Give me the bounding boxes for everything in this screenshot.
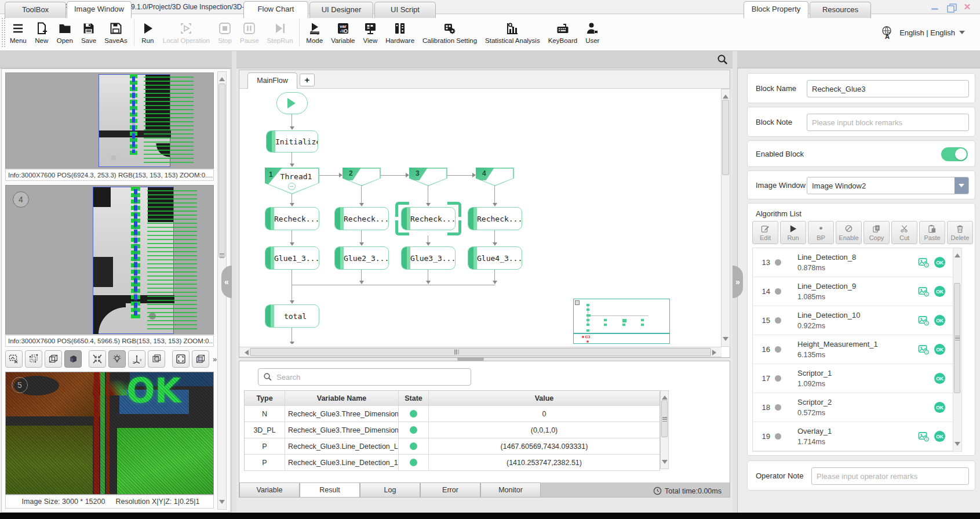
algo-copy-button[interactable]: Copy [864, 221, 890, 244]
algorithm-item[interactable]: 16 Height_Measurement_1 6.135ms i OK [753, 335, 961, 364]
tab-monitor[interactable]: Monitor [480, 482, 541, 497]
statistical-analysis-button[interactable]: Statistical Analysis [481, 16, 544, 49]
flowchart-vscrollbar[interactable] [721, 89, 730, 347]
search-input[interactable] [276, 373, 450, 382]
table-scrollbar[interactable] [660, 390, 669, 469]
close-button[interactable]: ✕ [963, 3, 972, 11]
crop-image-tool[interactable] [5, 350, 23, 368]
tab-block-property[interactable]: Block Property [744, 1, 808, 18]
block-note-input[interactable] [807, 114, 969, 131]
tab-mainflow[interactable]: MainFlow [247, 72, 297, 89]
breakpoint-dot[interactable] [775, 404, 781, 411]
algo-edit-button[interactable]: Edit [752, 221, 778, 244]
scroll-up-arrow[interactable] [662, 393, 668, 400]
nav-right-icon[interactable] [711, 75, 719, 83]
panel-splitter[interactable] [232, 51, 236, 513]
image-viewer-2[interactable]: 4 [5, 185, 214, 335]
algo-paste-button[interactable]: Paste [919, 221, 945, 244]
tab-flow-chart[interactable]: Flow Chart [243, 1, 308, 18]
breakpoint-dot[interactable] [775, 317, 781, 324]
open-button[interactable]: Open [53, 16, 77, 49]
glue3-block[interactable]: Glue3_3... [401, 246, 456, 270]
fit-screen-tool[interactable] [172, 350, 190, 368]
recheck-block-4[interactable]: Recheck... [468, 207, 522, 230]
shrink-view-tool[interactable] [89, 350, 106, 368]
tab-ui-script[interactable]: UI Script [374, 2, 436, 18]
glue1-block[interactable]: Glue1_3... [265, 246, 319, 270]
result-image-icon[interactable]: i [918, 286, 929, 297]
scroll-down-arrow[interactable] [723, 337, 728, 344]
result-image-icon[interactable]: i [918, 257, 929, 268]
breakpoint-dot[interactable] [775, 433, 781, 440]
algorithm-item[interactable]: 19 Overlay_1 1.714ms i OK [753, 422, 961, 451]
algorithm-item[interactable]: 14 Line_Detection_9 1.085ms i OK [753, 277, 961, 306]
thread4-node[interactable]: 4 [476, 168, 514, 186]
sphere-cube-tool[interactable] [148, 350, 165, 368]
algorithm-item[interactable]: 13 Line_Detection_8 0.878ms i OK [753, 248, 961, 277]
enabled-block-toggle[interactable] [941, 147, 968, 161]
table-row[interactable]: N Recheck_Glue3.Three_Dimension_I... 0 [245, 406, 660, 422]
save-button[interactable]: Save [77, 16, 100, 49]
block-name-input[interactable] [807, 80, 969, 97]
flowchart-hscrollbar[interactable] [239, 347, 722, 357]
variable-button[interactable]: var√θ Variable [327, 16, 359, 49]
thread2-node[interactable]: 2 [343, 168, 381, 186]
view-button[interactable]: View [359, 16, 381, 49]
run-button[interactable]: Run [137, 16, 159, 49]
add-flow-tab-button[interactable]: + [300, 74, 315, 86]
start-node[interactable] [276, 92, 308, 114]
algorithm-list-scrollbar[interactable] [953, 248, 961, 451]
select-dropdown-button[interactable] [955, 177, 968, 194]
flowchart-minimap[interactable] [573, 299, 670, 344]
algo-cut-button[interactable]: Cut [891, 221, 917, 244]
table-row[interactable]: 3D_PL Recheck_Glue3.Three_Dimension_I...… [245, 422, 660, 438]
algorithm-item[interactable]: 18 Scriptor_2 0.572ms OK [753, 393, 961, 422]
scroll-up-arrow[interactable] [955, 251, 960, 257]
collapse-thread-icon[interactable] [288, 183, 296, 190]
save-as-button[interactable]: SaveAs [100, 16, 132, 49]
tab-error[interactable]: Error [420, 482, 480, 497]
image-window-select[interactable]: Image Window2 [807, 177, 969, 194]
scroll-down-arrow[interactable] [662, 460, 668, 467]
thread1-node[interactable]: 1 Thread1 [265, 168, 319, 194]
glue2-block[interactable]: Glue2_3... [334, 246, 389, 270]
variable-search-box[interactable] [258, 368, 471, 386]
scrollbar-thumb[interactable] [661, 400, 668, 437]
axes-3d-tool[interactable]: ZX [128, 350, 145, 368]
maximize-button[interactable] [946, 3, 956, 11]
tab-log[interactable]: Log [360, 482, 420, 497]
operator-note-input[interactable] [811, 467, 969, 485]
scrollbar-thumb[interactable] [954, 283, 960, 393]
mode-button[interactable]: Mode [302, 16, 327, 49]
user-button[interactable]: User [581, 16, 603, 49]
scrollbar-thumb[interactable] [218, 84, 225, 257]
algorithm-item[interactable]: 17 Scriptor_1 1.092ms OK [753, 364, 961, 393]
collapse-left-panel-handle[interactable]: « [221, 266, 232, 298]
total-block[interactable]: total [265, 304, 319, 328]
algorithm-item[interactable]: 15 Line_Detection_10 0.922ms i OK [753, 306, 961, 335]
nav-left-icon[interactable] [694, 75, 702, 83]
result-image-icon[interactable]: i [918, 315, 929, 326]
light-tool[interactable] [108, 350, 126, 368]
solid-cube-tool[interactable] [64, 350, 82, 368]
initialize-block[interactable]: Initialize [266, 130, 318, 153]
flowchart-canvas[interactable]: Initialize 1 Thread1 2 3 [239, 89, 722, 344]
thread3-node[interactable]: 3 [409, 168, 447, 186]
scroll-left-arrow[interactable] [242, 350, 249, 355]
algo-run-button[interactable]: Run [780, 221, 806, 244]
scrollbar-thumb[interactable] [250, 348, 711, 356]
toolbar-overflow-button[interactable]: » [213, 355, 217, 364]
tab-variable[interactable]: Variable [239, 482, 300, 497]
search-icon[interactable] [716, 53, 729, 66]
language-selector[interactable]: A English | English [880, 25, 980, 40]
image-viewer-3[interactable]: 5 OK [5, 372, 214, 495]
scroll-up-arrow[interactable] [723, 92, 728, 99]
algo-enable-button[interactable]: Enable [836, 221, 862, 244]
scroll-up-arrow[interactable] [219, 74, 225, 81]
tab-result[interactable]: Result [300, 482, 360, 497]
breakpoint-dot[interactable] [775, 375, 781, 382]
calibration-setting-button[interactable]: Calibration Setting [418, 16, 481, 49]
algo-breakpoint-button[interactable]: BP [808, 221, 834, 244]
minimize-button[interactable] [930, 3, 939, 11]
tab-resources[interactable]: Resources [810, 2, 871, 18]
